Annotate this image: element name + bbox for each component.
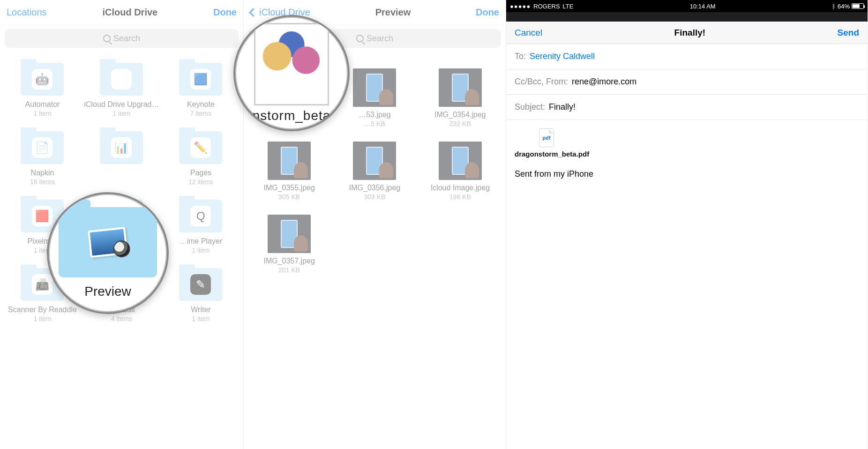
magnifier-preview-folder: Preview [47,192,169,314]
folder-icon: 🟦 [179,63,222,96]
folder-item[interactable]: Q …ime Player 1 item [161,196,240,264]
battery-percent: 64% [838,3,850,10]
image-thumb [353,68,396,107]
folder-icon: 📄 [21,131,64,164]
file-item[interactable]: IMG_0355.jpeg 305 KB [247,138,332,211]
search-placeholder: Search [113,34,140,44]
nav-title: Preview [375,7,411,18]
folder-sub: 1 item [5,315,80,322]
folder-sub: 12 items [163,178,239,186]
folder-name: Napkin [5,169,80,177]
magnifier-selected-file: nstorm_beta [233,15,350,131]
magnifier-label: nstorm_beta [253,108,331,123]
folder-name: …ime Player [163,237,239,246]
search-placeholder: Search [367,34,393,44]
file-name: IMG_0356.jpeg [334,184,415,192]
search-input[interactable]: Search [5,29,239,48]
nav-done[interactable]: Done [476,7,499,18]
signature-text: Sent from my iPhone [506,162,868,187]
subject-field[interactable]: Subject: Finally! [506,95,868,120]
search-icon [356,35,364,42]
person-icon [294,162,308,178]
folder-item[interactable]: 🟦 Keynote 7 items [161,59,240,127]
app-icon: ✎ [190,274,211,295]
folder-sub: 7 items [163,110,239,117]
folder-icon: Q [179,200,222,232]
file-size: …5 KB [334,120,415,127]
folder-name: iCloud Drive Upgrad… [84,100,159,109]
folder-name: Scanner By Readdle [5,306,80,314]
folder-sub: 1 item [5,110,80,117]
person-icon [379,89,393,105]
cancel-button[interactable]: Cancel [515,28,542,38]
folder-sub: 1 item [163,315,239,322]
battery-icon [852,3,864,9]
image-thumb [268,142,311,180]
file-item[interactable]: IMG_0356.jpeg 303 KB [332,138,417,211]
folder-icon: 📊 [100,131,143,164]
file-item[interactable]: IMG_0354.jpeg 232 KB [418,65,503,138]
folder-name: Writer [163,306,239,314]
folder-icon: ✎ [179,268,222,301]
file-item[interactable]: Icloud Image.jpeg 196 KB [418,138,503,211]
file-size: 196 KB [419,193,501,201]
status-right: ᛒ 64% [832,3,864,10]
folder-item[interactable]: 📄 Napkin 16 items [3,127,82,196]
to-label: To: [515,52,526,61]
nav-locations[interactable]: Locations [7,7,47,18]
app-icon [111,69,132,90]
to-field[interactable]: To: Serenity Caldwell [506,44,868,69]
app-icon: 📊 [111,137,132,158]
folder-icon: 🤖 [21,63,64,96]
photo-thumb-icon [88,227,128,258]
sheet-backdrop [506,12,868,22]
folder-name: Keynote [163,100,239,109]
attachment-row[interactable]: pdf dragonstorm_beta.pdf [506,120,868,162]
folder-icon [100,63,143,96]
compose-title: Finally! [674,28,706,38]
carrier-label: ROGERS [533,3,560,10]
magnifier-label: Preview [84,284,131,299]
folder-item[interactable]: 🤖 Automator 1 item [3,59,82,127]
to-value[interactable]: Serenity Caldwell [530,52,595,61]
folder-sub: 4 items [84,315,159,322]
folder-item[interactable]: ✎ Writer 1 item [161,264,240,333]
app-icon: ✏️ [190,137,211,158]
app-icon: Q [190,206,211,226]
person-icon [294,235,308,251]
ccbcc-label: Cc/Bcc, From: [515,77,568,87]
folder-sub: 1 item [163,247,239,254]
subject-value: Finally! [549,102,576,112]
attachment-name: dragonstorm_beta.pdf [515,150,859,158]
image-thumb [353,142,396,180]
ccbcc-from-field[interactable]: Cc/Bcc, From: rene@imore.com [506,69,868,95]
app-icon: 🟥 [32,206,52,226]
app-icon: 🟦 [190,69,211,90]
chevron-left-icon [250,7,257,18]
folder-item[interactable]: iCloud Drive Upgrad… 1 item [82,59,161,127]
nav-done[interactable]: Done [213,7,237,18]
app-icon: 📄 [32,137,52,158]
file-size: 303 KB [334,193,415,201]
nav-title: iCloud Drive [102,7,157,18]
file-name: IMG_0357.jpeg [248,257,330,265]
folder-item[interactable]: ✏️ Pages 12 items [161,127,240,196]
bluetooth-icon: ᛒ [832,3,836,10]
file-size: 305 KB [248,193,330,201]
file-size: 232 KB [419,120,501,127]
pdf-cover-art [254,23,329,105]
status-bar: ●●●●● ROGERS LTE 10:14 AM ᛒ 64% [506,0,868,12]
app-icon: 📠 [32,274,52,295]
folder-item[interactable]: 📊 [82,127,161,196]
file-item[interactable]: IMG_0357.jpeg 201 KB [247,211,332,284]
image-thumb [439,142,482,180]
subject-label: Subject: [515,102,545,112]
folder-icon: ✏️ [179,131,222,164]
send-button[interactable]: Send [838,28,859,38]
signal-dots-icon: ●●●●● [510,3,531,10]
folder-sub: 16 items [5,178,80,186]
file-name: …53.jpeg [334,111,415,119]
app-icon: 🤖 [32,69,52,90]
image-thumb [439,68,482,107]
pdf-file-icon: pdf [539,128,554,147]
